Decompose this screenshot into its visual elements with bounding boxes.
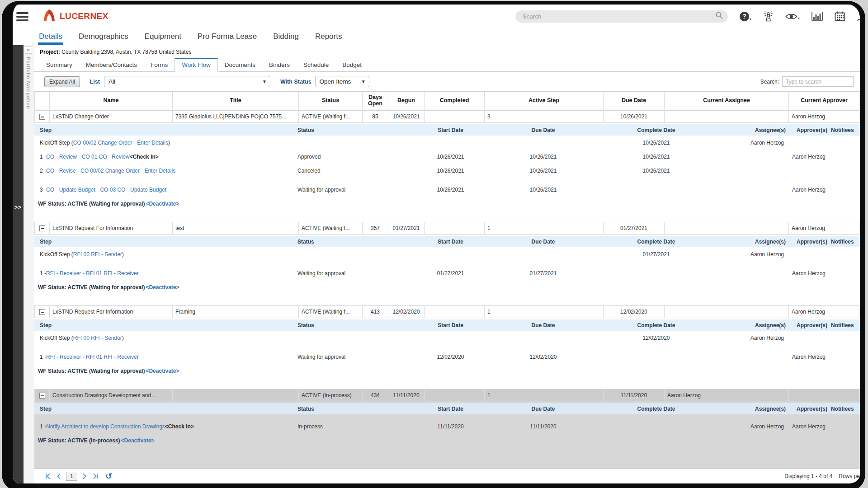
footer-bar: 1 ↺ Displaying 1 - 4 of 4 Rows per page xyxy=(33,469,860,483)
step-column-status: Status xyxy=(296,124,406,136)
global-search[interactable] xyxy=(515,10,728,23)
cell-title: Framing xyxy=(173,306,299,318)
list-dropdown[interactable]: All ▼ xyxy=(104,76,270,87)
step-complete-date: 10/26/2021 xyxy=(592,164,721,178)
chart-icon[interactable] xyxy=(811,11,823,21)
workflow-row[interactable]: LxSTND Request For InformationFramingACT… xyxy=(34,305,860,318)
previous-page-icon[interactable] xyxy=(56,473,61,479)
step-notifiees xyxy=(829,331,860,345)
lucernex-logo[interactable]: LUCERNEX xyxy=(42,9,108,23)
project-label: Project: xyxy=(40,49,60,55)
step-approvers xyxy=(788,164,829,178)
step-link[interactable]: CO - Update Budget - CO 03 CO - Update B… xyxy=(46,187,166,193)
step-name-cell: 3 - CO - Update Budget - CO 03 CO - Upda… xyxy=(38,183,296,197)
top-bar-right: ?▾ ▾ xyxy=(515,10,860,23)
step-link[interactable]: Notify Architect to develop Construction… xyxy=(46,423,165,430)
step-row: 1 - Notify Architect to develop Construc… xyxy=(34,419,860,433)
collapse-icon[interactable] xyxy=(39,309,45,315)
step-assignees: Aaron Herzog xyxy=(721,136,788,150)
subtab-forms[interactable]: Forms xyxy=(144,58,175,71)
subtab-work-flow[interactable]: Work Flow xyxy=(175,58,218,72)
refresh-icon[interactable]: ↺ xyxy=(105,472,112,480)
subtab-summary[interactable]: Summary xyxy=(39,58,79,71)
step-link[interactable]: CO - Review - CO 01 CO - Review xyxy=(46,154,130,160)
last-page-icon[interactable] xyxy=(92,473,99,479)
deactivate-link[interactable]: <Deactivate> xyxy=(146,368,179,374)
step-link[interactable]: RFI 00 RFI - Sender xyxy=(73,251,122,258)
cell-title: test xyxy=(173,222,299,234)
cell-due-date: 12/02/2020 xyxy=(604,306,665,318)
content-area: >> » Portfolio Navigation Project: Count… xyxy=(13,45,860,483)
collapse-icon[interactable] xyxy=(39,114,45,120)
first-page-icon[interactable] xyxy=(44,473,51,479)
column-header-begun: Begun xyxy=(388,92,425,109)
pagination: 1 ↺ xyxy=(44,472,112,481)
with-status-dropdown[interactable]: Open Items ▼ xyxy=(315,76,369,87)
collapse-icon[interactable] xyxy=(39,393,45,399)
global-search-input[interactable] xyxy=(522,13,715,20)
step-notifiees xyxy=(829,350,860,364)
step-header-row: StepStatusStart DateDue DateComplete Dat… xyxy=(34,403,860,414)
expand-all-button[interactable]: Expand All xyxy=(44,76,80,87)
workflow-row[interactable]: LxSTND Request For InformationtestACTIVE… xyxy=(34,222,860,235)
step-column-status: Status xyxy=(296,319,406,331)
expand-panel-button[interactable]: >> xyxy=(13,204,24,211)
page-number-box[interactable]: 1 xyxy=(66,472,77,481)
step-prefix: KickOff Step ( xyxy=(40,251,73,258)
step-approvers: Aaron Herzog xyxy=(788,150,829,164)
cell-name: LxSTND Request For Information xyxy=(50,222,173,234)
cell-current-assignee xyxy=(665,222,789,234)
collapse-cell xyxy=(34,111,50,122)
subtab-members-contacts[interactable]: Members/Contacts xyxy=(79,58,144,71)
step-link[interactable]: RFI 00 RFI - Sender xyxy=(73,335,122,341)
portfolio-nav-collapsed-strip: >> xyxy=(13,45,24,483)
chevron-right-icon[interactable]: » xyxy=(25,47,32,54)
help-icon[interactable]: ?▾ xyxy=(740,12,751,21)
tab-reports[interactable]: Reports xyxy=(315,32,342,45)
collapse-cell xyxy=(34,306,50,318)
step-assignees xyxy=(721,150,788,164)
deactivate-link[interactable]: <Deactivate> xyxy=(121,437,155,444)
step-header-row: StepStatusStart DateDue DateComplete Dat… xyxy=(34,319,860,331)
step-link[interactable]: CO - Revise - CO 00/02 Change Order - En… xyxy=(46,168,175,174)
subtab-documents[interactable]: Documents xyxy=(218,58,262,71)
step-start-date: 10/26/2021 xyxy=(406,164,495,178)
tab-equipment[interactable]: Equipment xyxy=(145,32,181,45)
subtab-budget[interactable]: Budget xyxy=(335,58,368,71)
wf-status-row: WF Status: ACTIVE (In-process)<Deactivat… xyxy=(34,433,860,446)
step-link[interactable]: RFI - Receiver - RFI 01 RFI - Receiver xyxy=(46,270,139,277)
eye-icon[interactable]: ▾ xyxy=(785,13,800,20)
step-row: KickOff Step (RFI 00 RFI - Sender )12/02… xyxy=(34,331,860,345)
subtab-schedule[interactable]: Schedule xyxy=(297,58,335,71)
tab-details[interactable]: Details xyxy=(39,32,62,45)
portfolio-navigation-label: Portfolio Navigation xyxy=(26,57,31,109)
workflow-row[interactable]: LxSTND Change Order7335 Gladiolus LLC|PE… xyxy=(34,110,860,123)
deactivate-link[interactable]: <Deactivate> xyxy=(146,284,179,291)
step-link[interactable]: RFI - Receiver - RFI 01 RFI - Receiver xyxy=(46,354,139,360)
column-header-name: Name xyxy=(50,92,173,109)
step-name-cell: 2 - CO - Revise - CO 00/02 Change Order … xyxy=(38,164,296,178)
collapse-icon[interactable] xyxy=(39,225,45,231)
cell-due-date: 01/27/2021 xyxy=(604,222,665,234)
step-link[interactable]: CO 00/02 Change Order - Enter Details xyxy=(73,140,168,146)
collapse-cell xyxy=(34,222,50,234)
step-status: Waiting for approval xyxy=(296,183,406,197)
deactivate-link[interactable]: <Deactivate> xyxy=(146,201,179,207)
tab-bidding[interactable]: Bidding xyxy=(273,32,299,45)
next-page-icon[interactable] xyxy=(82,473,87,479)
workflow-row[interactable]: Construction Drawings Development and ..… xyxy=(34,389,860,402)
hamburger-menu-icon[interactable] xyxy=(16,12,28,21)
step-start-date: 10/26/2021 xyxy=(406,183,495,197)
beacon-icon[interactable] xyxy=(763,11,774,22)
step-column-start-date: Start Date xyxy=(406,319,495,331)
calendar-icon[interactable] xyxy=(835,11,845,21)
tab-pro-forma-lease[interactable]: Pro Forma Lease xyxy=(198,32,257,45)
step-prefix: 1 - xyxy=(40,354,46,360)
search-icon[interactable] xyxy=(715,11,723,21)
table-search-input[interactable] xyxy=(782,76,854,87)
subtab-binders[interactable]: Binders xyxy=(262,58,297,71)
user-icon[interactable] xyxy=(857,11,865,22)
tab-demographics[interactable]: Demographics xyxy=(79,32,128,45)
step-row: KickOff Step (RFI 00 RFI - Sender )01/27… xyxy=(34,247,860,261)
step-assignees: Aaron Herzog xyxy=(721,419,788,433)
